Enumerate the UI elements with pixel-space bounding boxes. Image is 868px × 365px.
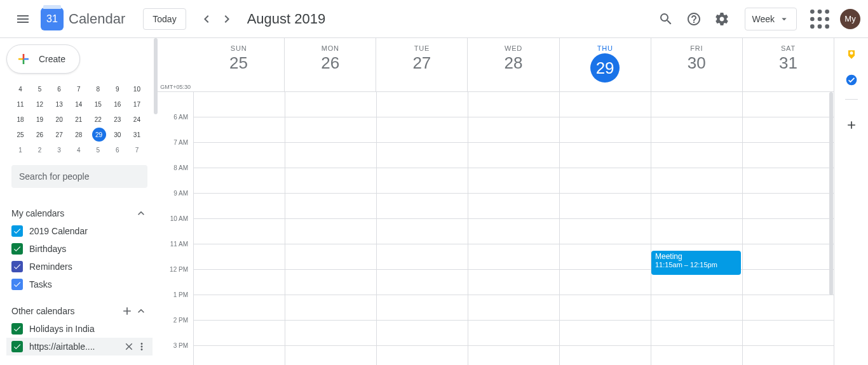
mini-cal-day[interactable]: 25 xyxy=(11,127,29,142)
search-people-input[interactable] xyxy=(11,165,147,188)
day-name: TUE xyxy=(376,44,467,52)
day-column[interactable] xyxy=(559,92,651,365)
mini-cal-day[interactable]: 30 xyxy=(109,127,126,142)
gear-icon xyxy=(714,11,729,27)
hour-label: 1 PM xyxy=(158,291,193,317)
mini-cal-day[interactable]: 27 xyxy=(50,127,68,142)
mini-cal-day[interactable]: 22 xyxy=(89,112,107,127)
day-column[interactable] xyxy=(742,92,834,365)
svg-point-3 xyxy=(810,17,815,21)
chevron-up-icon[interactable] xyxy=(135,305,147,317)
mini-cal-day[interactable]: 10 xyxy=(128,81,146,96)
other-calendars-header[interactable]: Other calendars xyxy=(11,302,147,320)
mini-cal-day[interactable]: 4 xyxy=(11,81,29,96)
mini-cal-day[interactable]: 5 xyxy=(31,81,49,96)
day-header[interactable]: FRI30 xyxy=(651,38,742,91)
event-title: Meeting xyxy=(655,252,737,261)
mini-cal-day[interactable]: 4 xyxy=(70,142,88,157)
grid-scrollbar[interactable] xyxy=(829,92,833,295)
calendar-logo-icon: 31 xyxy=(41,8,64,30)
hour-label: 7 AM xyxy=(158,139,193,164)
prev-period-button[interactable] xyxy=(196,9,217,29)
other-calendars-section: Other calendars Holidays in Indiahttps:/… xyxy=(6,302,153,355)
day-name: MON xyxy=(285,44,376,52)
mini-cal-day[interactable]: 18 xyxy=(11,112,29,127)
calendar-checkbox[interactable] xyxy=(11,323,23,335)
other-calendars-title: Other calendars xyxy=(11,306,75,316)
mini-cal-day[interactable]: 12 xyxy=(31,96,49,112)
chevron-up-icon xyxy=(135,207,147,220)
day-header[interactable]: MON26 xyxy=(284,38,376,91)
day-column[interactable] xyxy=(468,92,559,365)
main-menu-button[interactable] xyxy=(8,4,38,34)
my-calendars-header[interactable]: My calendars xyxy=(11,204,147,222)
next-period-button[interactable] xyxy=(217,9,237,29)
help-button[interactable] xyxy=(681,6,707,32)
create-button[interactable]: Create xyxy=(6,44,80,74)
today-button[interactable]: Today xyxy=(143,8,186,30)
mini-cal-day[interactable]: 20 xyxy=(50,112,68,127)
sidebar: Create 456789101112131415161718192021222… xyxy=(0,38,158,365)
day-column[interactable] xyxy=(285,92,376,365)
day-header[interactable]: THU29 xyxy=(559,38,651,91)
day-column[interactable]: Meeting11:15am – 12:15pm xyxy=(651,92,742,365)
more-vert-icon[interactable] xyxy=(136,341,147,352)
day-header[interactable]: TUE27 xyxy=(376,38,467,91)
mini-cal-day[interactable]: 5 xyxy=(89,142,107,157)
mini-cal-day[interactable]: 6 xyxy=(50,81,68,96)
close-icon[interactable] xyxy=(123,341,135,352)
mini-cal-day[interactable]: 21 xyxy=(70,112,88,127)
mini-cal-day[interactable]: 16 xyxy=(109,96,126,112)
mini-cal-day[interactable]: 17 xyxy=(128,96,146,112)
settings-button[interactable] xyxy=(709,6,735,32)
mini-cal-day[interactable]: 26 xyxy=(31,127,49,142)
mini-cal-day[interactable]: 23 xyxy=(109,112,126,127)
day-number: 25 xyxy=(193,53,284,73)
day-column[interactable] xyxy=(193,92,285,365)
my-calendars-title: My calendars xyxy=(11,208,64,218)
day-header[interactable]: SAT31 xyxy=(742,38,834,91)
mini-cal-day[interactable]: 6 xyxy=(109,142,126,157)
mini-cal-day[interactable]: 1 xyxy=(11,142,29,157)
day-header[interactable]: SUN25 xyxy=(193,38,284,91)
keep-icon[interactable] xyxy=(845,48,858,61)
calendar-checkbox[interactable] xyxy=(11,243,23,255)
add-addon-button[interactable] xyxy=(845,119,858,131)
mini-cal-day[interactable]: 19 xyxy=(31,112,49,127)
mini-cal-day[interactable]: 2 xyxy=(31,142,49,157)
mini-cal-day[interactable]: 8 xyxy=(89,81,107,96)
mini-cal-day[interactable]: 7 xyxy=(128,142,146,157)
day-header[interactable]: WED28 xyxy=(467,38,559,91)
mini-cal-day[interactable]: 11 xyxy=(11,96,29,112)
calendar-checkbox[interactable] xyxy=(11,261,23,272)
logo[interactable]: 31 Calendar xyxy=(41,8,125,30)
search-button[interactable] xyxy=(653,6,679,32)
header-right: Week My xyxy=(653,6,860,32)
help-icon xyxy=(686,11,702,27)
day-column[interactable] xyxy=(376,92,468,365)
logo-text: Calendar xyxy=(69,11,125,27)
mini-cal-day[interactable]: 15 xyxy=(89,96,107,112)
calendar-item: Reminders xyxy=(11,258,147,275)
mini-cal-day[interactable]: 14 xyxy=(70,96,88,112)
mini-cal-day[interactable]: 24 xyxy=(128,112,146,127)
mini-cal-day[interactable]: 7 xyxy=(70,81,88,96)
mini-cal-day[interactable]: 29 xyxy=(92,128,106,142)
calendar-grid: 6 AM7 AM8 AM9 AM10 AM11 AM12 PM1 PM2 PM3… xyxy=(158,92,834,365)
calendar-grid-scroll[interactable]: 6 AM7 AM8 AM9 AM10 AM11 AM12 PM1 PM2 PM3… xyxy=(158,92,834,365)
mini-cal-day[interactable]: 9 xyxy=(109,81,126,96)
mini-cal-day[interactable]: 28 xyxy=(70,127,88,142)
view-selector[interactable]: Week xyxy=(745,8,797,30)
add-calendar-icon[interactable] xyxy=(121,305,133,317)
tasks-icon[interactable] xyxy=(845,74,858,86)
calendar-event[interactable]: Meeting11:15am – 12:15pm xyxy=(651,251,741,275)
apps-button[interactable] xyxy=(807,6,832,32)
mini-cal-day[interactable]: 13 xyxy=(50,96,68,112)
calendar-checkbox[interactable] xyxy=(11,341,23,352)
calendar-checkbox[interactable] xyxy=(11,225,23,237)
calendar-checkbox[interactable] xyxy=(11,279,23,290)
account-avatar[interactable]: My xyxy=(840,9,860,29)
chevron-right-icon xyxy=(219,11,234,27)
mini-cal-day[interactable]: 31 xyxy=(128,127,146,142)
mini-cal-day[interactable]: 3 xyxy=(50,142,68,157)
